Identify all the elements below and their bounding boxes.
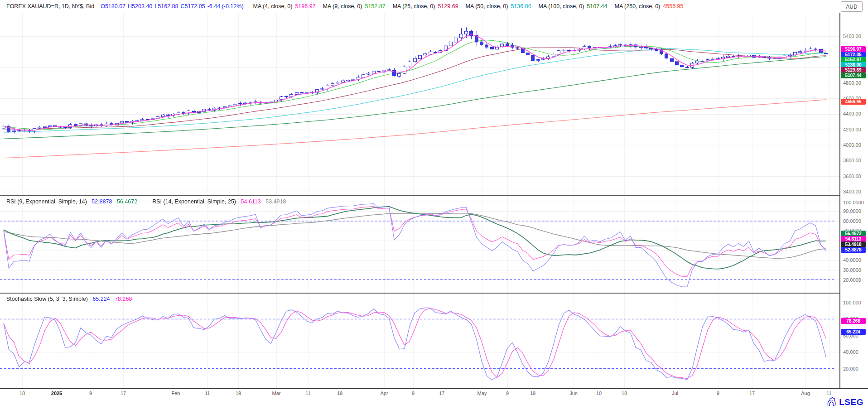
rsi1-value: 52.8878 — [92, 198, 112, 205]
x-axis-label: Aug — [801, 391, 810, 396]
price-badge: 5196.97 — [841, 46, 866, 52]
ohlc-change: -6.44 (-0.12%) — [207, 3, 244, 10]
axis-tick: 30.0000 — [843, 267, 861, 273]
ma250-value: 4556.95 — [663, 3, 683, 10]
axis-tick: 3600.00 — [843, 174, 861, 179]
axis-tick: 5400.00 — [843, 34, 861, 39]
chart-application-window: FOREX XAUAUD=R, 1D, NY$, Bid O5180.07 H5… — [0, 0, 868, 410]
x-axis-label: 11 — [826, 391, 831, 396]
x-axis-label: 17 — [439, 391, 444, 396]
price-badge: 78.268 — [841, 318, 866, 324]
ma50-value: 5136.00 — [511, 3, 531, 10]
axis-tick: 40.0000 — [843, 257, 861, 263]
axis-tick: 3800.00 — [843, 158, 861, 163]
ma25-value: 5129.69 — [438, 3, 458, 10]
price-badge: 5107.44 — [841, 72, 866, 78]
axis-tick: 80.0000 — [843, 218, 861, 224]
axis-tick: 4000.00 — [843, 142, 861, 148]
axis-tick: 4800.00 — [843, 80, 861, 86]
stoch-k-value: 65.224 — [92, 296, 110, 302]
lseg-lion-icon — [826, 397, 837, 407]
rsi2-avg-value: 53.4918 — [265, 198, 286, 205]
ohlc-close: C5172.05 — [180, 3, 205, 10]
price-badge: 4556.95 — [841, 99, 866, 105]
x-axis-label: May — [477, 391, 487, 396]
ohlc-low: L5162.88 — [154, 3, 178, 10]
price-badge: 5129.69 — [841, 67, 866, 73]
ma100-value: 5107.44 — [587, 3, 607, 10]
x-axis-label: 11 — [305, 391, 310, 396]
instrument-title: FOREX XAUAUD=R, 1D, NY$, Bid — [6, 3, 94, 10]
price-badge: 54.6113 — [841, 236, 866, 242]
stochastic-pane-legend[interactable]: Stochastic Slow (5, 3, 3, Simple) 65.224… — [6, 296, 132, 302]
ma4-label: MA (4, close, 0) — [253, 3, 293, 10]
time-axis-line — [0, 388, 868, 389]
x-axis-label: Feb — [172, 391, 180, 396]
x-axis-label: 19 — [530, 391, 535, 396]
axis-tick: 20.000 — [843, 366, 858, 371]
price-badge: 56.4672 — [841, 231, 866, 236]
rsi2-label: RSI (14, Exponential, Simple, 25) — [152, 198, 236, 205]
price-badge: 52.8878 — [841, 247, 866, 253]
x-axis-label: Jul — [672, 391, 678, 396]
pane-divider-rsi-stoch[interactable] — [0, 293, 840, 294]
price-badge: 65.224 — [841, 329, 866, 335]
x-axis-label: 19 — [236, 391, 241, 396]
ohlc-high: H5203.40 — [128, 3, 152, 10]
x-axis-label: 11 — [205, 391, 210, 396]
x-axis-label: Mar — [272, 391, 281, 396]
axis-tick: 4200.00 — [843, 127, 861, 132]
axis-tick: 40.000 — [843, 349, 858, 355]
x-axis-label: 18 — [19, 391, 25, 396]
lseg-logo: LSEG — [826, 397, 863, 407]
axis-tick: 100.0000 — [843, 200, 864, 205]
stoch-label: Stochastic Slow (5, 3, 3, Simple) — [6, 296, 88, 302]
currency-selector-button[interactable]: AUD — [841, 1, 863, 12]
rsi1-label: RSI (9, Exponential, Simple, 14) — [6, 198, 87, 205]
rsi2-value: 54.6113 — [241, 198, 261, 205]
ma50-label: MA (50, close, 0) — [466, 3, 508, 10]
axis-tick: 100.000 — [843, 300, 861, 305]
price-badge: 5152.87 — [841, 57, 866, 63]
x-axis-label: 17 — [749, 391, 755, 396]
ma25-label: MA (25, close, 0) — [393, 3, 435, 10]
ohlc-open: O5180.07 — [101, 3, 125, 10]
ma9-label: MA (9, close, 0) — [323, 3, 362, 10]
x-axis-label: 9 — [506, 391, 509, 396]
x-axis-label: 2025 — [51, 391, 62, 396]
rsi-pane-legend[interactable]: RSI (9, Exponential, Simple, 14) 52.8878… — [6, 198, 286, 205]
x-axis-label: 17 — [121, 391, 126, 396]
x-axis-label: 10 — [596, 391, 602, 396]
ma100-label: MA (100, close, 0) — [539, 3, 584, 10]
x-axis-label: 9 — [717, 391, 719, 396]
price-badge: 53.4918 — [841, 241, 866, 247]
axis-tick: 20.0000 — [843, 277, 861, 283]
x-axis-label: Apr — [380, 391, 388, 396]
x-axis-label: 9 — [412, 391, 415, 396]
x-axis-label: 18 — [622, 391, 627, 396]
x-axis-label: 9 — [89, 391, 92, 396]
pane-divider-main-rsi[interactable] — [0, 195, 840, 196]
stoch-d-value: 78.268 — [115, 296, 132, 302]
ma250-label: MA (250, close, 0) — [615, 3, 661, 10]
x-axis-label: 19 — [337, 391, 342, 396]
axis-tick: 90.0000 — [843, 208, 861, 214]
axis-tick: 3400.00 — [843, 189, 861, 194]
lseg-wordmark: LSEG — [839, 397, 863, 407]
chart-header-legend[interactable]: FOREX XAUAUD=R, 1D, NY$, Bid O5180.07 H5… — [0, 0, 868, 13]
price-axis-line — [839, 0, 840, 389]
ma9-value: 5152.87 — [365, 3, 385, 10]
ma4-value: 5196.97 — [295, 3, 315, 10]
rsi1-avg-value: 56.4672 — [117, 198, 137, 205]
axis-tick: 4400.00 — [843, 111, 861, 116]
x-axis-label: Jun — [569, 391, 578, 396]
